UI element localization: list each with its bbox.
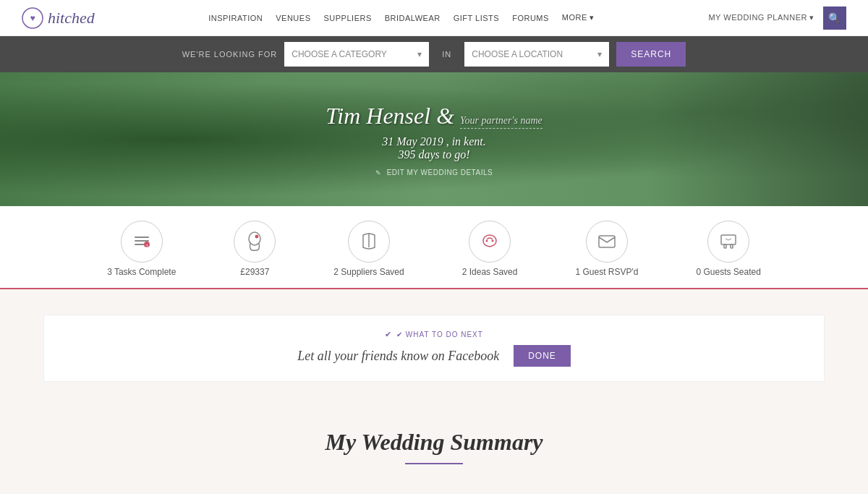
looking-for-label: WE'RE LOOKING FOR [182, 50, 278, 59]
suppliers-label: 2 Suppliers Saved [333, 267, 404, 277]
rsvp-icon [586, 221, 628, 263]
svg-rect-14 [731, 244, 733, 248]
stat-suppliers[interactable]: 2 Suppliers Saved [305, 221, 433, 277]
chevron-down-icon-location: ▾ [597, 49, 602, 59]
seated-icon [707, 221, 749, 263]
stat-rsvp[interactable]: 1 Guest RSVP'd [546, 221, 667, 277]
edit-wedding-details[interactable]: ✎ EDIT MY WEDDING DETAILS [326, 169, 542, 176]
countdown: 395 days to go! [326, 148, 542, 161]
my-wedding-planner-button[interactable]: MY WEDDING PLANNER ▾ [708, 13, 814, 22]
logo-icon: ♥ [22, 7, 43, 29]
what-to-do-next-label: ✔ ✔ WHAT TO DO NEXT [66, 330, 802, 339]
nav-bridalwear[interactable]: BRIDALWEAR [385, 14, 441, 22]
nav-right: MY WEDDING PLANNER ▾ 🔍 [708, 7, 846, 30]
next-action-row: Let all your friends know on Facebook DO… [66, 345, 802, 367]
search-bar: WE'RE LOOKING FOR CHOOSE A CATEGORY ▾ IN… [0, 36, 868, 72]
svg-rect-13 [724, 244, 726, 248]
search-icon-button[interactable]: 🔍 [823, 7, 846, 30]
summary-title: My Wedding Summary [0, 429, 868, 456]
stat-seated[interactable]: 0 Guests Seated [667, 221, 789, 277]
check-icon: ✔ [385, 330, 392, 339]
svg-rect-4 [135, 244, 145, 245]
hero-banner: Tim Hensel & Your partner's name 31 May … [0, 72, 868, 206]
couple-names: Tim Hensel & Your partner's name [326, 103, 542, 129]
stat-ideas[interactable]: 2 Ideas Saved [433, 221, 547, 277]
nav-more[interactable]: MORE ▾ [562, 13, 595, 22]
nav-venues[interactable]: VENUES [276, 14, 310, 22]
groom-name: Tim Hensel [326, 103, 430, 129]
svg-rect-11 [599, 236, 615, 247]
stats-row: 3 3 Tasks Complete £29337 2 Suppliers Sa… [0, 206, 868, 289]
logo[interactable]: ♥ hitched [22, 7, 95, 29]
tasks-label: 3 Tasks Complete [107, 267, 176, 277]
category-select[interactable]: CHOOSE A CATEGORY ▾ [284, 42, 429, 67]
nav-suppliers[interactable]: SUPPLIERS [324, 14, 372, 22]
next-action-text: Let all your friends know on Facebook [297, 349, 499, 364]
next-section-wrapper: ✔ ✔ WHAT TO DO NEXT Let all your friends… [0, 289, 868, 407]
hero-content: Tim Hensel & Your partner's name 31 May … [326, 103, 542, 176]
summary-divider [405, 463, 463, 464]
nav-links: INSPIRATION VENUES SUPPLIERS BRIDALWEAR … [208, 13, 595, 22]
next-section: ✔ ✔ WHAT TO DO NEXT Let all your friends… [43, 315, 825, 382]
suppliers-icon [348, 221, 390, 263]
chevron-down-icon: ▾ [417, 49, 422, 59]
search-button[interactable]: SEARCH [616, 42, 686, 67]
top-navigation: ♥ hitched INSPIRATION VENUES SUPPLIERS B… [0, 0, 868, 36]
nav-gift-lists[interactable]: GIFT LISTS [454, 14, 499, 22]
svg-text:♥: ♥ [30, 13, 35, 23]
budget-icon [234, 221, 276, 263]
location-select[interactable]: CHOOSE A LOCATION ▾ [464, 42, 609, 67]
seated-label: 0 Guests Seated [696, 267, 760, 277]
svg-point-10 [492, 240, 494, 242]
svg-text:3: 3 [145, 243, 148, 249]
svg-point-8 [255, 234, 259, 239]
in-label: IN [436, 50, 457, 59]
ideas-label: 2 Ideas Saved [462, 267, 518, 277]
stat-budget[interactable]: £29337 [205, 221, 305, 277]
budget-label: £29337 [240, 267, 269, 277]
nav-forums[interactable]: FORUMS [512, 14, 549, 22]
wedding-date: 31 May 2019 , in kent. [326, 135, 542, 148]
rsvp-label: 1 Guest RSVP'd [575, 267, 638, 277]
tasks-icon: 3 [121, 221, 163, 263]
hero-overlay [651, 72, 868, 206]
brand-name: hitched [48, 9, 95, 27]
svg-rect-2 [135, 237, 149, 238]
svg-rect-3 [135, 240, 149, 242]
stat-tasks[interactable]: 3 3 Tasks Complete [78, 221, 205, 277]
svg-point-9 [486, 240, 488, 242]
ideas-icon [469, 221, 511, 263]
partner-name[interactable]: Your partner's name [460, 115, 542, 129]
pencil-icon: ✎ [375, 169, 382, 176]
nav-inspiration[interactable]: INSPIRATION [208, 14, 263, 22]
wedding-summary-section: My Wedding Summary [0, 407, 868, 494]
done-button[interactable]: DONE [514, 345, 571, 367]
